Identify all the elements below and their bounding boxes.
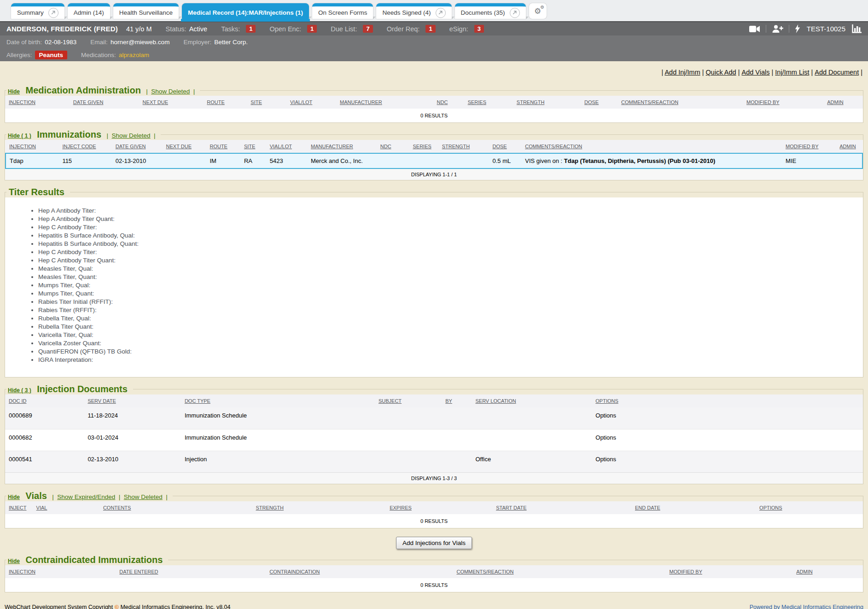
column-header[interactable]: ROUTE (203, 96, 247, 109)
column-header[interactable]: INJECTION (5, 96, 70, 109)
tab-label: Medical Record (14):MAR/Injections (1) (188, 9, 303, 16)
options-link[interactable]: Options (592, 451, 863, 472)
column-header[interactable]: COMMENTS/REACTION (453, 565, 665, 578)
medication-value[interactable]: alprazolam (119, 52, 149, 58)
column-header[interactable]: DATE GIVEN (70, 96, 139, 109)
column-header[interactable]: SERV LOCATION (472, 394, 592, 407)
lightning-bolt-icon[interactable] (795, 24, 800, 33)
column-header[interactable]: VIAL/LOT (286, 96, 336, 109)
column-header[interactable]: DATE ENTERED (116, 565, 266, 578)
column-header[interactable]: STRENGTH (252, 501, 386, 514)
column-header[interactable]: START DATE (492, 501, 631, 514)
show-deleted-link[interactable]: Show Deleted (151, 88, 190, 95)
column-header[interactable]: STRENGTH (513, 96, 581, 109)
column-header[interactable]: VIAL (33, 501, 99, 514)
column-header[interactable]: DOSE (489, 140, 522, 153)
column-header[interactable]: VIAL/LOT (266, 140, 307, 153)
column-header[interactable]: INJECTION (6, 140, 58, 153)
flowsheet-chart-icon[interactable] (852, 24, 862, 33)
column-header[interactable]: MODIFIED BY (743, 96, 823, 109)
open-new-window-icon[interactable] (48, 8, 58, 18)
column-header[interactable]: MODIFIED BY (782, 140, 836, 153)
show-expired-link[interactable]: Show Expired/Ended (57, 493, 115, 500)
options-link[interactable]: Options (592, 407, 863, 429)
column-header[interactable]: SERIES (464, 96, 513, 109)
add-person-icon[interactable] (772, 25, 783, 33)
add-vials-link[interactable]: Add Vials (742, 69, 775, 76)
column-header[interactable]: OPTIONS (592, 394, 863, 407)
column-header[interactable]: DOSE (581, 96, 618, 109)
immunization-row-tdap[interactable]: Tdap 115 02-13-2010 IM RA 5423 Merck and… (6, 153, 862, 168)
column-header[interactable]: MODIFIED BY (665, 565, 792, 578)
hide-link[interactable]: Hide ( 1 ) (8, 133, 31, 139)
column-header[interactable]: NDC (377, 140, 409, 153)
stat-count-badge[interactable]: 3 (474, 25, 484, 33)
tab-needs-signed[interactable]: Needs Signed (4) (376, 3, 451, 19)
video-camera-icon[interactable] (749, 25, 760, 33)
tab-medical-record[interactable]: Medical Record (14):MAR/Injections (1) (182, 3, 309, 19)
tab-documents[interactable]: Documents (35) (455, 3, 526, 19)
add-inj-imm-link[interactable]: Add Inj/Imm (664, 69, 705, 76)
quick-add-link[interactable]: Quick Add (706, 69, 742, 76)
column-header[interactable]: NEXT DUE (139, 96, 204, 109)
titer-item: Rabies Titer (RFFIT): (38, 306, 863, 314)
column-header[interactable]: STRENGTH (438, 140, 489, 153)
hide-link[interactable]: Hide (8, 494, 20, 500)
column-header[interactable]: OPTIONS (756, 501, 863, 514)
column-header[interactable]: INJECT (5, 501, 33, 514)
column-header[interactable]: SERV DATE (84, 394, 181, 407)
stat-count-badge[interactable]: 1 (307, 25, 317, 33)
column-header[interactable]: BY (442, 394, 472, 407)
tab-on-screen-forms[interactable]: On Screen Forms (312, 3, 373, 19)
column-header[interactable]: END DATE (631, 501, 756, 514)
tab-admin[interactable]: Admin (14) (68, 3, 110, 19)
column-header[interactable]: SERIES (409, 140, 438, 153)
column-header[interactable]: EXPIRES (386, 501, 492, 514)
footer-powered-by-link[interactable]: Powered by Medical Informatics Engineeri… (750, 604, 863, 609)
column-header[interactable]: DATE GIVEN (112, 140, 163, 153)
column-header[interactable]: ADMIN (836, 140, 862, 153)
document-row[interactable]: 000068203-01-2024Immunization ScheduleOp… (5, 429, 863, 451)
column-header[interactable]: ROUTE (206, 140, 240, 153)
tab-settings-button[interactable]: ⚙⚙ (529, 3, 547, 19)
inj-imm-list-link[interactable]: Inj/Imm List (775, 69, 815, 76)
tab-summary[interactable]: Summary (11, 3, 64, 19)
add-injections-for-vials-button[interactable]: Add Injections for Vials (396, 537, 472, 549)
allergy-badge[interactable]: Peanuts (35, 51, 68, 59)
hide-link[interactable]: Hide (8, 88, 20, 95)
cell-serv-date: 02-13-2010 (84, 451, 181, 472)
column-header[interactable]: DOC ID (5, 394, 84, 407)
hide-link[interactable]: Hide ( 3 ) (8, 387, 31, 394)
column-header[interactable]: SITE (247, 96, 286, 109)
open-new-window-icon[interactable] (510, 8, 520, 18)
document-row[interactable]: 000054102-13-2010InjectionOfficeOptions (5, 451, 863, 472)
titer-item: Rubella Titer Quant: (38, 323, 863, 331)
options-link[interactable]: Options (592, 429, 863, 451)
column-header[interactable]: SUBJECT (375, 394, 442, 407)
column-header[interactable]: COMMENTS/REACTION (521, 140, 782, 153)
column-header[interactable]: INJECTION (5, 565, 116, 578)
show-deleted-link[interactable]: Show Deleted (112, 132, 151, 139)
column-header[interactable]: ADMIN (823, 96, 863, 109)
column-header[interactable]: SITE (240, 140, 266, 153)
open-new-window-icon[interactable] (436, 8, 446, 18)
column-header[interactable]: MANUFACTURER (336, 96, 433, 109)
tab-health-surveillance[interactable]: Health Surveillance (113, 3, 179, 19)
column-header[interactable]: ADMIN (792, 565, 863, 578)
column-header[interactable]: DOC TYPE (181, 394, 375, 407)
column-header[interactable]: MANUFACTURER (307, 140, 377, 153)
column-header[interactable]: CONTRAINDICATION (266, 565, 453, 578)
column-header[interactable]: NEXT DUE (163, 140, 206, 153)
stat-count-badge[interactable]: 7 (363, 25, 373, 33)
hide-link[interactable]: Hide (8, 558, 20, 564)
stat-count-badge[interactable]: 1 (425, 25, 435, 33)
stat-label: Due List: (331, 25, 357, 33)
show-deleted-link[interactable]: Show Deleted (124, 493, 163, 500)
column-header[interactable]: CONTENTS (99, 501, 252, 514)
stat-count-badge[interactable]: 1 (246, 25, 256, 33)
column-header[interactable]: COMMENTS/REACTION (618, 96, 743, 109)
add-document-link[interactable]: Add Document (815, 69, 859, 76)
document-row[interactable]: 000068911-18-2024Immunization ScheduleOp… (5, 407, 863, 429)
column-header[interactable]: INJECT CODE (58, 140, 111, 153)
column-header[interactable]: NDC (433, 96, 464, 109)
